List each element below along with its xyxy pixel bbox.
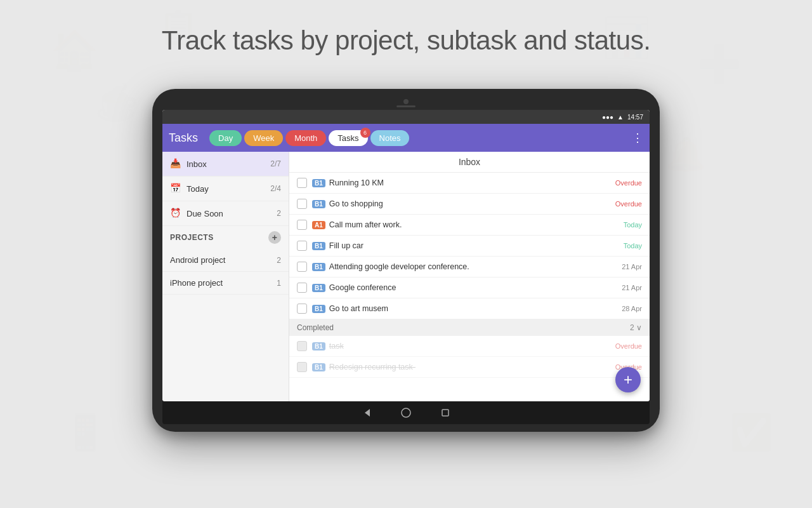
task-item-completed[interactable]: B1 task Overdue <box>289 336 650 357</box>
task-list: B1 Running 10 KM Overdue B1 Go to shoppi… <box>289 173 650 401</box>
iphone-project-count: 1 <box>277 279 281 288</box>
task-name: Fill up car <box>329 241 619 250</box>
sidebar-item-inbox[interactable]: 📥 Inbox 2/7 <box>162 152 289 177</box>
today-count: 2/4 <box>270 184 281 193</box>
task-item[interactable]: B1 Fill up car Today <box>289 236 650 257</box>
task-checkbox[interactable] <box>297 262 307 272</box>
tablet-device: ●●● ▲ 14:57 Tasks Day Week Month Tasks 6… <box>152 89 660 432</box>
fab-add-button[interactable]: + <box>615 367 641 392</box>
task-checkbox[interactable] <box>297 362 307 372</box>
status-bar: ●●● ▲ 14:57 <box>162 110 650 124</box>
task-priority: B1 <box>312 242 325 250</box>
content-title: Inbox <box>289 152 650 173</box>
task-date: Overdue <box>615 342 642 350</box>
due-soon-label: Due Soon <box>187 209 223 218</box>
task-name: Redesign recurring task- <box>329 363 610 371</box>
task-date: Overdue <box>615 179 642 187</box>
task-priority: B1 <box>312 342 325 351</box>
task-checkbox[interactable] <box>297 199 307 209</box>
today-icon: 📅 <box>170 183 181 194</box>
task-checkbox[interactable] <box>297 220 307 230</box>
tasks-badge: 6 <box>360 128 370 138</box>
svg-text:📱: 📱 <box>63 412 107 453</box>
camera <box>403 99 409 104</box>
task-item[interactable]: B1 Google conference 21 Apr <box>289 277 650 298</box>
sidebar-item-iphone-project[interactable]: iPhone project 1 <box>162 272 289 295</box>
task-priority: B1 <box>312 284 325 292</box>
task-priority: B1 <box>312 200 325 208</box>
task-priority: B1 <box>312 305 325 313</box>
signal-icon: ●●● <box>602 114 613 121</box>
svg-text:🔔: 🔔 <box>666 135 706 173</box>
inbox-count: 2/7 <box>270 159 281 168</box>
svg-marker-8 <box>365 409 370 417</box>
sidebar-item-due-soon[interactable]: ⏰ Due Soon 2 <box>162 201 289 226</box>
task-checkbox[interactable] <box>297 341 307 351</box>
task-checkbox[interactable] <box>297 178 307 188</box>
tab-tasks[interactable]: Tasks 6 <box>329 130 367 146</box>
task-name: Go to art musem <box>329 304 617 313</box>
task-item[interactable]: B1 Go to art musem 28 Apr <box>289 298 650 319</box>
task-date: 21 Apr <box>622 263 642 271</box>
task-name: Attending google developer conference. <box>329 262 617 271</box>
task-checkbox[interactable] <box>297 241 307 251</box>
task-date: 28 Apr <box>622 305 642 312</box>
task-name: task <box>329 342 610 351</box>
task-priority: B1 <box>312 179 325 187</box>
task-item[interactable]: B1 Attending google developer conference… <box>289 257 650 277</box>
task-name: Google conference <box>329 283 617 292</box>
task-priority: A1 <box>312 221 325 229</box>
task-priority: B1 <box>312 363 325 371</box>
android-project-count: 2 <box>277 256 281 265</box>
more-menu-icon[interactable]: ⋮ <box>632 131 643 145</box>
tab-group: Day Week Month Tasks 6 Notes <box>209 130 624 146</box>
iphone-project-label: iPhone project <box>170 278 223 288</box>
due-soon-icon: ⏰ <box>170 208 181 219</box>
tablet-screen: ●●● ▲ 14:57 Tasks Day Week Month Tasks 6… <box>162 110 650 401</box>
task-date: Today <box>624 221 642 229</box>
app-body: 📥 Inbox 2/7 📅 Today 2/4 ⏰ Due Soon 2 Pro… <box>162 152 650 401</box>
sidebar: 📥 Inbox 2/7 📅 Today 2/4 ⏰ Due Soon 2 Pro… <box>162 152 289 401</box>
svg-rect-10 <box>442 410 449 416</box>
tab-week[interactable]: Week <box>244 130 283 146</box>
sidebar-item-today[interactable]: 📅 Today 2/4 <box>162 177 289 201</box>
task-name: Go to shopping <box>329 199 610 208</box>
back-button[interactable] <box>360 406 374 420</box>
projects-section: Projects + <box>162 226 289 249</box>
task-name: Call mum after work. <box>329 220 619 229</box>
task-item[interactable]: B1 Running 10 KM Overdue <box>289 173 650 194</box>
app-title: Tasks <box>169 131 198 145</box>
home-button[interactable] <box>399 406 413 420</box>
completed-count: 2 ∨ <box>630 323 642 332</box>
task-item[interactable]: B1 Go to shopping Overdue <box>289 194 650 215</box>
speaker <box>396 105 416 107</box>
svg-text:☕: ☕ <box>95 82 139 123</box>
task-checkbox[interactable] <box>297 304 307 314</box>
time-display: 14:57 <box>627 114 643 121</box>
add-project-button[interactable]: + <box>268 231 281 244</box>
task-name: Running 10 KM <box>329 178 610 187</box>
projects-label: Projects <box>170 233 214 242</box>
completed-label: Completed <box>297 323 334 332</box>
sidebar-item-android-project[interactable]: Android project 2 <box>162 249 289 272</box>
completed-section[interactable]: Completed 2 ∨ <box>289 319 650 336</box>
tab-notes[interactable]: Notes <box>370 130 410 146</box>
tab-month[interactable]: Month <box>285 130 326 146</box>
task-item-completed[interactable]: B1 Redesign recurring task- Overdue <box>289 357 650 378</box>
tab-day[interactable]: Day <box>209 130 242 146</box>
svg-text:✅: ✅ <box>730 412 773 453</box>
task-item[interactable]: A1 Call mum after work. Today <box>289 215 650 236</box>
due-soon-count: 2 <box>277 209 281 218</box>
svg-point-9 <box>402 408 410 417</box>
task-date: Overdue <box>615 200 642 208</box>
task-priority: B1 <box>312 263 325 271</box>
task-checkbox[interactable] <box>297 283 307 293</box>
wifi-icon: ▲ <box>617 114 624 121</box>
app-header: Tasks Day Week Month Tasks 6 Notes ⋮ <box>162 124 650 152</box>
main-content: Inbox B1 Running 10 KM Overdue B1 Go to … <box>289 152 650 401</box>
recents-button[interactable] <box>438 406 452 420</box>
inbox-label: Inbox <box>187 159 207 169</box>
task-date: Today <box>624 242 642 250</box>
task-date: 21 Apr <box>622 284 642 291</box>
android-nav-bar <box>162 401 650 424</box>
